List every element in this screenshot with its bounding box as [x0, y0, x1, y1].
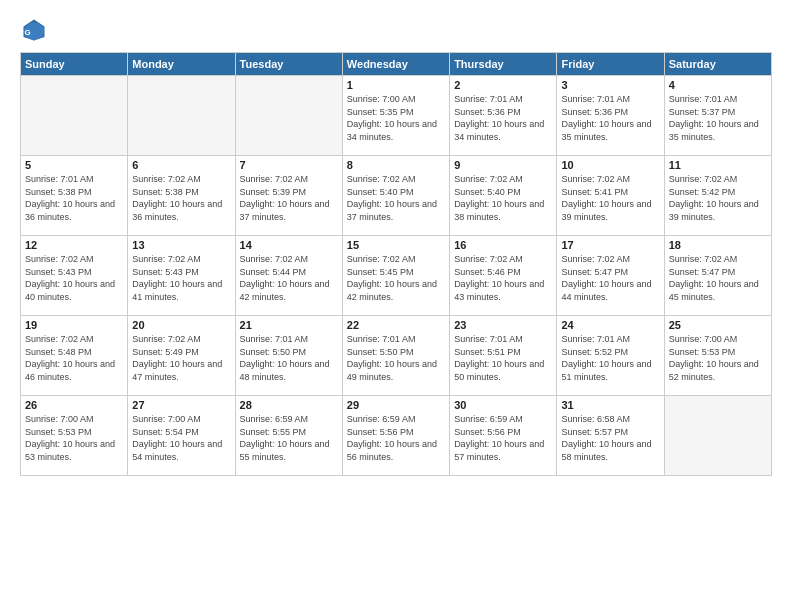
svg-text:G: G — [24, 28, 30, 37]
calendar-cell: 20Sunrise: 7:02 AMSunset: 5:49 PMDayligh… — [128, 316, 235, 396]
calendar-cell: 30Sunrise: 6:59 AMSunset: 5:56 PMDayligh… — [450, 396, 557, 476]
calendar-cell: 8Sunrise: 7:02 AMSunset: 5:40 PMDaylight… — [342, 156, 449, 236]
calendar-cell: 9Sunrise: 7:02 AMSunset: 5:40 PMDaylight… — [450, 156, 557, 236]
day-info: Sunrise: 7:01 AMSunset: 5:37 PMDaylight:… — [669, 93, 767, 143]
day-info: Sunrise: 6:59 AMSunset: 5:56 PMDaylight:… — [454, 413, 552, 463]
header: G — [20, 16, 772, 44]
calendar-cell: 6Sunrise: 7:02 AMSunset: 5:38 PMDaylight… — [128, 156, 235, 236]
calendar-cell: 15Sunrise: 7:02 AMSunset: 5:45 PMDayligh… — [342, 236, 449, 316]
calendar-cell: 3Sunrise: 7:01 AMSunset: 5:36 PMDaylight… — [557, 76, 664, 156]
day-info: Sunrise: 6:59 AMSunset: 5:55 PMDaylight:… — [240, 413, 338, 463]
day-info: Sunrise: 7:00 AMSunset: 5:53 PMDaylight:… — [25, 413, 123, 463]
day-info: Sunrise: 7:02 AMSunset: 5:38 PMDaylight:… — [132, 173, 230, 223]
day-number: 19 — [25, 319, 123, 331]
day-number: 26 — [25, 399, 123, 411]
day-info: Sunrise: 7:01 AMSunset: 5:36 PMDaylight:… — [454, 93, 552, 143]
weekday-header-thursday: Thursday — [450, 53, 557, 76]
day-info: Sunrise: 6:58 AMSunset: 5:57 PMDaylight:… — [561, 413, 659, 463]
day-info: Sunrise: 7:02 AMSunset: 5:44 PMDaylight:… — [240, 253, 338, 303]
day-info: Sunrise: 7:01 AMSunset: 5:36 PMDaylight:… — [561, 93, 659, 143]
calendar-cell: 27Sunrise: 7:00 AMSunset: 5:54 PMDayligh… — [128, 396, 235, 476]
calendar-cell: 26Sunrise: 7:00 AMSunset: 5:53 PMDayligh… — [21, 396, 128, 476]
weekday-header-row: SundayMondayTuesdayWednesdayThursdayFrid… — [21, 53, 772, 76]
day-number: 24 — [561, 319, 659, 331]
day-info: Sunrise: 7:02 AMSunset: 5:42 PMDaylight:… — [669, 173, 767, 223]
calendar-cell: 16Sunrise: 7:02 AMSunset: 5:46 PMDayligh… — [450, 236, 557, 316]
day-info: Sunrise: 7:00 AMSunset: 5:35 PMDaylight:… — [347, 93, 445, 143]
day-number: 30 — [454, 399, 552, 411]
calendar-cell: 19Sunrise: 7:02 AMSunset: 5:48 PMDayligh… — [21, 316, 128, 396]
logo-icon: G — [20, 16, 48, 44]
calendar-cell: 2Sunrise: 7:01 AMSunset: 5:36 PMDaylight… — [450, 76, 557, 156]
calendar-table: SundayMondayTuesdayWednesdayThursdayFrid… — [20, 52, 772, 476]
day-number: 31 — [561, 399, 659, 411]
day-number: 28 — [240, 399, 338, 411]
day-info: Sunrise: 7:02 AMSunset: 5:41 PMDaylight:… — [561, 173, 659, 223]
weekday-header-wednesday: Wednesday — [342, 53, 449, 76]
day-info: Sunrise: 7:02 AMSunset: 5:45 PMDaylight:… — [347, 253, 445, 303]
day-info: Sunrise: 7:01 AMSunset: 5:50 PMDaylight:… — [240, 333, 338, 383]
calendar-cell: 31Sunrise: 6:58 AMSunset: 5:57 PMDayligh… — [557, 396, 664, 476]
day-number: 23 — [454, 319, 552, 331]
calendar-cell: 5Sunrise: 7:01 AMSunset: 5:38 PMDaylight… — [21, 156, 128, 236]
day-info: Sunrise: 7:02 AMSunset: 5:47 PMDaylight:… — [669, 253, 767, 303]
calendar-cell: 12Sunrise: 7:02 AMSunset: 5:43 PMDayligh… — [21, 236, 128, 316]
day-number: 17 — [561, 239, 659, 251]
day-number: 1 — [347, 79, 445, 91]
day-info: Sunrise: 7:02 AMSunset: 5:40 PMDaylight:… — [454, 173, 552, 223]
calendar-cell: 17Sunrise: 7:02 AMSunset: 5:47 PMDayligh… — [557, 236, 664, 316]
day-number: 22 — [347, 319, 445, 331]
day-number: 20 — [132, 319, 230, 331]
calendar-cell — [235, 76, 342, 156]
calendar-cell: 29Sunrise: 6:59 AMSunset: 5:56 PMDayligh… — [342, 396, 449, 476]
calendar-cell: 24Sunrise: 7:01 AMSunset: 5:52 PMDayligh… — [557, 316, 664, 396]
calendar-cell: 18Sunrise: 7:02 AMSunset: 5:47 PMDayligh… — [664, 236, 771, 316]
day-number: 8 — [347, 159, 445, 171]
day-info: Sunrise: 7:02 AMSunset: 5:39 PMDaylight:… — [240, 173, 338, 223]
calendar-cell — [128, 76, 235, 156]
day-info: Sunrise: 7:01 AMSunset: 5:51 PMDaylight:… — [454, 333, 552, 383]
day-number: 12 — [25, 239, 123, 251]
weekday-header-saturday: Saturday — [664, 53, 771, 76]
day-info: Sunrise: 7:00 AMSunset: 5:53 PMDaylight:… — [669, 333, 767, 383]
calendar-cell: 11Sunrise: 7:02 AMSunset: 5:42 PMDayligh… — [664, 156, 771, 236]
day-number: 29 — [347, 399, 445, 411]
calendar-cell — [21, 76, 128, 156]
day-number: 15 — [347, 239, 445, 251]
calendar-cell: 23Sunrise: 7:01 AMSunset: 5:51 PMDayligh… — [450, 316, 557, 396]
weekday-header-monday: Monday — [128, 53, 235, 76]
week-row-4: 26Sunrise: 7:00 AMSunset: 5:53 PMDayligh… — [21, 396, 772, 476]
calendar-cell: 7Sunrise: 7:02 AMSunset: 5:39 PMDaylight… — [235, 156, 342, 236]
day-number: 13 — [132, 239, 230, 251]
day-number: 9 — [454, 159, 552, 171]
calendar-cell — [664, 396, 771, 476]
day-info: Sunrise: 7:00 AMSunset: 5:54 PMDaylight:… — [132, 413, 230, 463]
day-number: 5 — [25, 159, 123, 171]
calendar-cell: 13Sunrise: 7:02 AMSunset: 5:43 PMDayligh… — [128, 236, 235, 316]
calendar-cell: 4Sunrise: 7:01 AMSunset: 5:37 PMDaylight… — [664, 76, 771, 156]
day-info: Sunrise: 7:02 AMSunset: 5:49 PMDaylight:… — [132, 333, 230, 383]
calendar-cell: 10Sunrise: 7:02 AMSunset: 5:41 PMDayligh… — [557, 156, 664, 236]
weekday-header-friday: Friday — [557, 53, 664, 76]
day-info: Sunrise: 7:02 AMSunset: 5:47 PMDaylight:… — [561, 253, 659, 303]
day-info: Sunrise: 7:02 AMSunset: 5:46 PMDaylight:… — [454, 253, 552, 303]
week-row-0: 1Sunrise: 7:00 AMSunset: 5:35 PMDaylight… — [21, 76, 772, 156]
calendar-cell: 25Sunrise: 7:00 AMSunset: 5:53 PMDayligh… — [664, 316, 771, 396]
day-number: 25 — [669, 319, 767, 331]
calendar-cell: 1Sunrise: 7:00 AMSunset: 5:35 PMDaylight… — [342, 76, 449, 156]
week-row-2: 12Sunrise: 7:02 AMSunset: 5:43 PMDayligh… — [21, 236, 772, 316]
page: G SundayMondayTuesdayWednesdayThursdayFr… — [0, 0, 792, 612]
day-number: 18 — [669, 239, 767, 251]
day-number: 7 — [240, 159, 338, 171]
calendar-cell: 14Sunrise: 7:02 AMSunset: 5:44 PMDayligh… — [235, 236, 342, 316]
day-number: 6 — [132, 159, 230, 171]
calendar-cell: 22Sunrise: 7:01 AMSunset: 5:50 PMDayligh… — [342, 316, 449, 396]
day-info: Sunrise: 7:02 AMSunset: 5:43 PMDaylight:… — [132, 253, 230, 303]
day-number: 14 — [240, 239, 338, 251]
day-info: Sunrise: 7:01 AMSunset: 5:52 PMDaylight:… — [561, 333, 659, 383]
day-info: Sunrise: 7:01 AMSunset: 5:50 PMDaylight:… — [347, 333, 445, 383]
day-number: 4 — [669, 79, 767, 91]
day-info: Sunrise: 7:02 AMSunset: 5:48 PMDaylight:… — [25, 333, 123, 383]
week-row-1: 5Sunrise: 7:01 AMSunset: 5:38 PMDaylight… — [21, 156, 772, 236]
calendar-cell: 28Sunrise: 6:59 AMSunset: 5:55 PMDayligh… — [235, 396, 342, 476]
